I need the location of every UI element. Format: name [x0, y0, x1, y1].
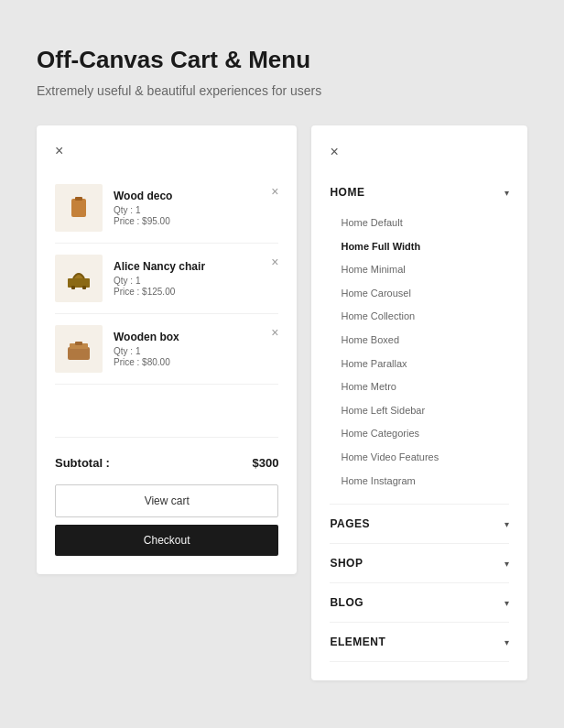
cart-items-list: Wood deco Qty : 1 Price : $95.00 × [55, 173, 278, 385]
subtotal-value: $300 [253, 456, 279, 470]
cart-item-name-2: Alice Nancy chair [114, 260, 278, 273]
menu-chevron-pages-icon: ▾ [504, 519, 509, 529]
menu-section-header-home[interactable]: HOME ▾ [330, 173, 509, 212]
menu-subitem-home-collection[interactable]: Home Collection [341, 305, 509, 329]
cart-item-image-2 [55, 255, 103, 302]
page-title: Off-Canvas Cart & Menu [37, 46, 527, 74]
menu-subitem-home-default[interactable]: Home Default [341, 212, 509, 235]
menu-chevron-shop-icon: ▾ [504, 559, 509, 569]
cart-close-icon[interactable]: × [55, 144, 278, 158]
cart-item-qty-2: Qty : 1 [114, 276, 278, 286]
menu-chevron-element-icon: ▾ [504, 637, 509, 647]
menu-section-label-pages: PAGES [330, 517, 370, 530]
menu-section-header-shop[interactable]: SHOP ▾ [330, 544, 509, 582]
svg-rect-5 [68, 347, 90, 360]
menu-subitem-home-leftsidebar[interactable]: Home Left Sidebar [341, 399, 509, 423]
svg-rect-4 [82, 286, 86, 289]
subtotal-label: Subtotal : [55, 456, 110, 470]
cart-buttons: View cart Checkout [55, 484, 278, 556]
menu-section-blog: BLOG ▾ [330, 583, 509, 623]
menu-section-header-blog[interactable]: BLOG ▾ [330, 583, 509, 622]
menu-chevron-home-icon: ▾ [504, 188, 509, 198]
menu-subitem-home-metro[interactable]: Home Metro [341, 375, 509, 399]
checkout-button[interactable]: Checkout [55, 525, 278, 556]
menu-section-label-home: HOME [330, 186, 364, 199]
svg-rect-7 [75, 342, 82, 345]
menu-section-label-element: ELEMENT [330, 636, 385, 648]
menu-subitem-home-carousel[interactable]: Home Carousel [341, 282, 509, 306]
menu-panel: × HOME ▾ Home Default Home Full Width Ho… [311, 125, 527, 680]
page-subtitle: Extremely useful & beautiful experiences… [37, 83, 527, 98]
menu-section-shop: SHOP ▾ [330, 544, 509, 583]
menu-section-home: HOME ▾ Home Default Home Full Width Home… [330, 173, 509, 505]
menu-section-element: ELEMENT ▾ [330, 623, 509, 662]
cart-subtotal: Subtotal : $300 [55, 437, 278, 484]
cart-item-name-1: Wood deco [114, 190, 278, 202]
cart-item-qty-3: Qty : 1 [114, 346, 278, 356]
remove-item-2-icon[interactable]: × [271, 255, 278, 269]
svg-rect-1 [75, 197, 82, 201]
menu-subitem-home-fullwidth[interactable]: Home Full Width [341, 235, 509, 259]
remove-item-3-icon[interactable]: × [271, 325, 278, 340]
panels-container: × Wood deco Qty : 1 Price : $95.00 × [37, 125, 527, 680]
menu-close-icon[interactable]: × [330, 144, 338, 159]
svg-rect-0 [71, 199, 86, 217]
cart-item-qty-1: Qty : 1 [114, 205, 278, 215]
cart-item-price-1: Price : $95.00 [114, 216, 278, 226]
cart-item-price-2: Price : $125.00 [114, 287, 278, 297]
menu-submenu-home: Home Default Home Full Width Home Minima… [330, 212, 509, 504]
cart-item-info-2: Alice Nancy chair Qty : 1 Price : $125.0… [114, 260, 278, 297]
cart-item-price-3: Price : $80.00 [114, 357, 278, 367]
menu-section-pages: PAGES ▾ [330, 505, 509, 544]
menu-section-header-pages[interactable]: PAGES ▾ [330, 505, 509, 543]
cart-item-name-3: Wooden box [114, 331, 278, 343]
menu-chevron-blog-icon: ▾ [504, 598, 509, 608]
svg-rect-3 [71, 286, 75, 289]
cart-panel: × Wood deco Qty : 1 Price : $95.00 × [37, 125, 297, 574]
svg-rect-2 [68, 278, 90, 288]
cart-item-image-1 [55, 184, 103, 232]
menu-subitem-home-categories[interactable]: Home Categories [341, 422, 509, 446]
menu-subitem-home-videofeatures[interactable]: Home Video Features [341, 446, 509, 470]
cart-item-image-3 [55, 325, 103, 373]
menu-subitem-home-instagram[interactable]: Home Instagram [341, 470, 509, 494]
view-cart-button[interactable]: View cart [55, 484, 278, 517]
cart-item: Alice Nancy chair Qty : 1 Price : $125.0… [55, 244, 278, 314]
menu-subitem-home-minimal[interactable]: Home Minimal [341, 258, 509, 282]
menu-section-label-shop: SHOP [330, 557, 363, 570]
menu-section-header-element[interactable]: ELEMENT ▾ [330, 623, 509, 661]
cart-item: Wooden box Qty : 1 Price : $80.00 × [55, 314, 278, 385]
menu-subitem-home-boxed[interactable]: Home Boxed [341, 329, 509, 353]
cart-item-info-1: Wood deco Qty : 1 Price : $95.00 [114, 190, 278, 226]
menu-subitem-home-parallax[interactable]: Home Parallax [341, 353, 509, 376]
cart-item: Wood deco Qty : 1 Price : $95.00 × [55, 173, 278, 244]
cart-item-info-3: Wooden box Qty : 1 Price : $80.00 [114, 331, 278, 367]
menu-section-label-blog: BLOG [330, 596, 363, 609]
remove-item-1-icon[interactable]: × [271, 184, 278, 199]
